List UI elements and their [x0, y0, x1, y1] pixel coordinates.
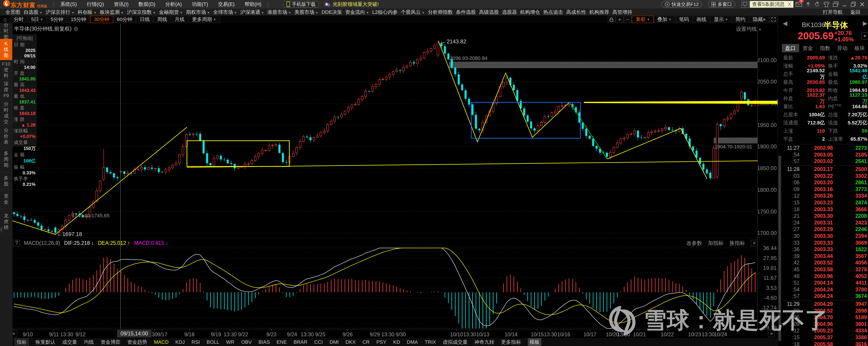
nav-item[interactable]: 金融期货▼	[159, 9, 183, 15]
menu-item-功能(T)[interactable]: 功能(T)	[192, 1, 208, 8]
indicator-tab-DMI[interactable]: DMI	[330, 339, 339, 345]
add-to-watchlist-button[interactable]: +	[862, 33, 868, 39]
sidebar-item-多股[interactable]: 多股	[0, 172, 12, 190]
indicator-tab-指标[interactable]: 指标	[15, 338, 29, 346]
period-5分钟[interactable]: 5分钟	[47, 16, 67, 23]
lock-icon[interactable]	[608, 16, 616, 23]
nav-item[interactable]: 沪深京排行▼	[46, 9, 74, 15]
period-分时[interactable]: 分时	[10, 16, 28, 23]
tool-画线[interactable]: 画线	[693, 16, 710, 23]
indicator-tab-WR[interactable]: WR	[226, 339, 235, 345]
nav-item[interactable]: 科创板▼	[78, 9, 97, 15]
back-button[interactable]: 返回	[850, 9, 860, 15]
indicator-tab-RSI[interactable]: RSI	[191, 339, 200, 345]
quick-trade-button[interactable]: ¥ 快速交易F12	[661, 1, 702, 8]
nav-item[interactable]: DDE决策	[321, 9, 342, 15]
indicator-tab-OBV[interactable]: OBV	[241, 339, 252, 345]
quote-tab-指数[interactable]: 指数	[816, 44, 834, 52]
nav-item[interactable]: 高管增持	[612, 9, 632, 15]
indicator-tab-模板[interactable]: 模板	[528, 338, 541, 346]
menu-item-行情(Q)[interactable]: 行情(Q)	[87, 1, 104, 8]
period-周线[interactable]: 周线	[154, 16, 171, 23]
tool-显示[interactable]: 显示▼	[710, 16, 732, 23]
period-更多周期[interactable]: 更多周期▼	[188, 16, 220, 23]
nav-item[interactable]: 选股器	[502, 9, 517, 15]
nav-item[interactable]: 全景图	[5, 9, 20, 15]
ma-settings-button[interactable]: 设置均线 ▼	[736, 26, 762, 33]
ohlc-info-box[interactable]: [可拖动]日 期202509/15时 间14:00开 盘1841.85最 高18…	[12, 34, 37, 146]
period-60分钟[interactable]: 60分钟	[113, 16, 136, 23]
popup-close-icon[interactable]: X	[788, 1, 791, 7]
indicator-tab-MACD[interactable]: MACD	[154, 339, 168, 345]
period-月线[interactable]: 月线	[171, 16, 188, 23]
sidebar-item-K线图[interactable]: K线图	[0, 39, 12, 60]
period-日线[interactable]: 日线	[136, 16, 154, 23]
sidebar-item-多周期[interactable]: 多周期	[0, 146, 12, 172]
quote-tab-资金[interactable]: 资金	[799, 44, 817, 52]
nav-item[interactable]: 期权市场▼	[186, 9, 210, 15]
indicator-tab-BOLL[interactable]: BOLL	[207, 339, 219, 345]
quote-tab-板块[interactable]: 板块	[851, 44, 868, 52]
nav-item[interactable]: 板块监测▼	[100, 9, 124, 15]
nav-item[interactable]: 高成长性	[566, 9, 586, 15]
minimize-icon[interactable]	[842, 1, 847, 7]
macd-action-加指标[interactable]: 加指标	[708, 240, 723, 247]
next-stock-button[interactable]: ▶	[863, 20, 867, 27]
tool-笔码[interactable]: 笔码	[675, 16, 693, 23]
macd-action-换指标[interactable]: 换指标	[730, 240, 745, 247]
mobile-download-button[interactable]: 手机版下载	[283, 1, 318, 7]
nav-item[interactable]: 机构推荐	[589, 9, 609, 15]
sidebar-item-分价表[interactable]: 分价表	[0, 126, 12, 146]
tool-复权[interactable]: 复权▼	[632, 16, 654, 23]
menu-item-数据(D)[interactable]: 数据(D)	[138, 1, 156, 8]
quote-tab-盘口[interactable]: 盘口	[782, 44, 799, 52]
nav-item[interactable]: 港股市场▼	[268, 9, 291, 15]
nav-item[interactable]: 分析师指数	[428, 9, 453, 15]
nav-item[interactable]: 高级选股	[479, 9, 499, 15]
open-navigation-button[interactable]: 打开导航	[823, 9, 843, 15]
macd-close-icon[interactable]: ×	[751, 240, 758, 246]
restore-icon[interactable]	[850, 1, 856, 7]
menu-item-系统(S)[interactable]: 系统(S)	[60, 1, 77, 8]
menu-item-交易(E)[interactable]: 交易(E)	[218, 1, 235, 8]
indicator-tab-资金博弈[interactable]: 资金博弈	[101, 339, 121, 346]
nav-item[interactable]: 沪深港通▼	[240, 9, 264, 15]
kline-chart[interactable]: 2100.002050.002000.001950.001900.001850.…	[12, 23, 778, 346]
period-5日[interactable]: 5日▼	[28, 16, 47, 23]
gear-icon[interactable]	[73, 26, 79, 32]
quote-tab-异动[interactable]: 异动	[834, 44, 851, 52]
nav-item[interactable]: 资金流向▼	[345, 9, 369, 15]
cascade-windows-icon[interactable]	[833, 1, 839, 7]
tool-隐藏»[interactable]: 隐藏»	[749, 16, 770, 23]
close-icon[interactable]	[860, 2, 865, 7]
monitor-button[interactable]	[741, 1, 749, 8]
fullscreen-icon[interactable]	[770, 16, 778, 23]
indicator-tab-TRIX[interactable]: TRIX	[425, 339, 436, 345]
menu-item-帮助(H)[interactable]: 帮助(H)	[245, 1, 261, 8]
nav-item[interactable]: L2核心内参	[372, 9, 398, 15]
tool-叠加[interactable]: 叠加▼	[654, 16, 675, 23]
indicator-tab-KD[interactable]: KD	[393, 339, 400, 345]
refresh-icon[interactable]	[814, 1, 820, 7]
period-30分钟[interactable]: 30分钟	[90, 16, 113, 23]
sidebar-item-分时图[interactable]: 分时图	[0, 23, 12, 39]
nav-item[interactable]: 沪深京指数▼	[127, 9, 156, 15]
sidebar-item-分时成交[interactable]: 分时成交	[0, 100, 12, 126]
nav-item[interactable]: 全球市场▼	[213, 9, 237, 15]
macd-action-改参数[interactable]: 改参数	[686, 240, 702, 247]
sidebar-item-F10资料[interactable]: F10资料	[0, 60, 12, 79]
prev-stock-button[interactable]: ◀	[783, 20, 787, 27]
indicator-tab-CR[interactable]: CR	[362, 339, 370, 345]
help-icon[interactable]: ?	[13, 240, 20, 246]
skin-icon[interactable]	[823, 1, 830, 7]
menu-item-分析(A)[interactable]: 分析(A)	[165, 1, 182, 8]
indicator-tab-KDJ[interactable]: KDJ	[176, 339, 185, 345]
nav-item[interactable]: 机构增仓	[520, 9, 540, 15]
multi-window-button[interactable]: 多窗口	[708, 1, 735, 8]
indicator-tab-资金趋势[interactable]: 资金趋势	[127, 339, 147, 346]
indicator-tab-成交量[interactable]: 成交量	[62, 339, 77, 346]
indicator-tab-均线[interactable]: 均线	[84, 339, 94, 346]
nav-item[interactable]: 条件选股	[456, 9, 476, 15]
sidebar-item-深度F9[interactable]: 深度F9	[0, 79, 12, 100]
nav-item[interactable]: 自选股▼	[24, 9, 42, 15]
